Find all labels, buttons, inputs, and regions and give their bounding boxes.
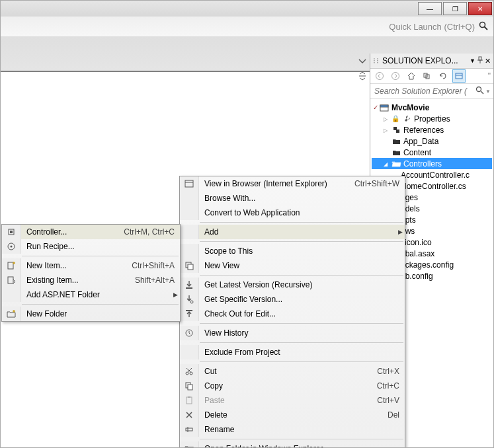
menu-item-shortcut: Ctrl+X: [372, 367, 405, 376]
tree-node-references[interactable]: References: [372, 124, 492, 135]
menu-item-shortcut: Shift+Alt+A: [130, 276, 180, 285]
search-dropdown-icon[interactable]: ▼: [485, 89, 491, 94]
menu-separator: [200, 323, 403, 324]
context-menu-item-paste[interactable]: PasteCtrl+V: [180, 393, 405, 408]
context-menu-item-get_specific[interactable]: Get Specific Version...: [180, 292, 405, 307]
context-menu-item-open_folder[interactable]: Open Folder in Windows Explorer: [180, 441, 405, 448]
svg-point-27: [190, 372, 192, 375]
solution-explorer-toolbar: ": [370, 69, 493, 84]
menu-separator: [22, 304, 179, 305]
add-submenu-item-new_folder[interactable]: New Folder: [2, 307, 180, 321]
tree-node-label: HomeController.cs: [401, 182, 466, 191]
folder-open-icon: [391, 159, 401, 168]
search-icon[interactable]: [479, 21, 488, 32]
menu-separator: [200, 361, 403, 362]
svg-line-1: [485, 26, 488, 30]
menu-item-shortcut: Ctrl+Shift+A: [126, 261, 180, 270]
context-menu-item-check_out[interactable]: Check Out for Edit...: [180, 307, 405, 321]
quick-launch-bar: Quick Launch (Ctrl+Q): [1, 17, 493, 37]
svg-rect-39: [8, 277, 13, 283]
menu-item-label: Controller...: [21, 227, 118, 237]
context-menu-item-new_view[interactable]: New View: [180, 258, 405, 273]
tree-node-controllers[interactable]: Controllers: [372, 158, 492, 169]
context-menu-item-copy[interactable]: CopyCtrl+C: [180, 379, 405, 393]
menu-separator: [22, 256, 179, 256]
window-maximize-button[interactable]: ❐: [443, 2, 467, 15]
add-submenu-item-controller[interactable]: Controller...Ctrl+M, Ctrl+C: [2, 225, 180, 239]
tree-node-label: Properties: [414, 114, 450, 124]
chevron-right-icon: ▶: [395, 229, 405, 235]
newfolder-icon: [2, 307, 21, 321]
svg-point-0: [480, 22, 485, 27]
tree-node-solution-root[interactable]: ✓ MvcMovie: [372, 102, 492, 113]
context-menu-item-exclude[interactable]: Exclude From Project: [180, 345, 405, 359]
quick-launch-input[interactable]: Quick Launch (Ctrl+Q): [389, 22, 475, 32]
solution-explorer-titlebar[interactable]: ⁝⁝ SOLUTION EXPLO... ▼ ✕: [370, 54, 493, 69]
context-menu-item-browse_with[interactable]: Browse With...: [180, 191, 405, 205]
tree-node-app-data[interactable]: App_Data: [372, 135, 492, 147]
forward-button[interactable]: [389, 69, 402, 83]
existitem-icon: [2, 273, 21, 287]
tree-node-label: Controllers: [403, 159, 442, 168]
menu-item-label: Check Out for Edit...: [199, 309, 405, 318]
add-submenu-item-new_item[interactable]: New Item...Ctrl+Shift+A: [2, 258, 180, 273]
svg-rect-22: [186, 287, 192, 289]
dock-dropdown-icon[interactable]: [358, 57, 366, 64]
tree-node-label: vicon.ico: [401, 238, 432, 247]
panel-close-icon[interactable]: ✕: [485, 57, 491, 65]
back-button[interactable]: [373, 69, 386, 83]
collapse-button[interactable]: [421, 69, 434, 83]
minimize-icon: —: [427, 5, 433, 13]
checkmark-icon: ✓: [373, 104, 378, 111]
menu-item-shortcut: Ctrl+V: [372, 396, 405, 405]
add-submenu-item-run_recipe[interactable]: Run Recipe...: [2, 239, 180, 254]
search-icon[interactable]: [475, 86, 484, 96]
solution-explorer-title: SOLUTION EXPLO...: [382, 56, 458, 65]
project-icon: [380, 103, 389, 112]
context-menu-item-rename[interactable]: Rename: [180, 422, 405, 437]
blank-icon: [180, 205, 199, 220]
browser-icon: [180, 176, 199, 191]
add-submenu-item-existing_item[interactable]: Existing Item...Shift+Alt+A: [2, 273, 180, 287]
context-menu-item-delete[interactable]: DeleteDel: [180, 408, 405, 422]
svg-rect-15: [380, 105, 388, 107]
getspecific-icon: [180, 292, 199, 307]
history-icon: [180, 326, 199, 340]
add-submenu-item-add_asp[interactable]: Add ASP.NET Folder▶: [2, 287, 180, 302]
svg-rect-38: [8, 262, 13, 269]
dock-splitter-icon[interactable]: [358, 72, 366, 80]
tree-node-label: obal.asax: [401, 249, 434, 258]
refresh-button[interactable]: [436, 69, 450, 83]
pin-icon[interactable]: [477, 56, 483, 66]
svg-point-23: [190, 301, 193, 303]
context-menu-item-add[interactable]: Add▶: [180, 225, 405, 239]
show-all-button[interactable]: [452, 69, 466, 83]
overflow-icon[interactable]: ": [488, 71, 491, 81]
menu-item-label: Paste: [199, 396, 372, 405]
window-minimize-button[interactable]: —: [418, 2, 442, 15]
svg-rect-30: [186, 397, 192, 404]
context-menu-item-view_browser[interactable]: View in Browser (Internet Explorer)Ctrl+…: [180, 176, 405, 191]
solution-explorer-search-input[interactable]: [373, 86, 475, 96]
menu-item-label: Add ASP.NET Folder: [21, 290, 171, 299]
context-menu-item-get_latest[interactable]: Get Latest Version (Recursive): [180, 278, 405, 292]
context-menu-item-convert_web[interactable]: Convert to Web Application: [180, 205, 405, 220]
menu-item-label: New View: [199, 261, 405, 270]
window-close-button[interactable]: ✕: [468, 2, 492, 15]
cut-icon: [180, 364, 199, 379]
tree-node-label: ackages.config: [401, 260, 454, 270]
menu-item-label: Run Recipe...: [21, 242, 180, 251]
svg-rect-3: [479, 57, 481, 60]
home-button[interactable]: [405, 69, 418, 83]
context-menu-item-view_history[interactable]: View History: [180, 326, 405, 340]
delete-icon: [180, 408, 199, 422]
menu-item-label: View in Browser (Internet Explorer): [199, 179, 349, 188]
panel-dropdown-icon[interactable]: ▼: [470, 57, 475, 64]
menu-item-label: New Folder: [21, 309, 180, 318]
context-menu-item-scope[interactable]: Scope to This: [180, 244, 405, 258]
svg-rect-21: [188, 264, 193, 270]
context-menu-item-cut[interactable]: CutCtrl+X: [180, 364, 405, 379]
tree-node-content[interactable]: Content: [372, 147, 492, 158]
tree-node-properties[interactable]: 🔒 Properties: [372, 113, 492, 124]
svg-rect-10: [456, 73, 462, 79]
